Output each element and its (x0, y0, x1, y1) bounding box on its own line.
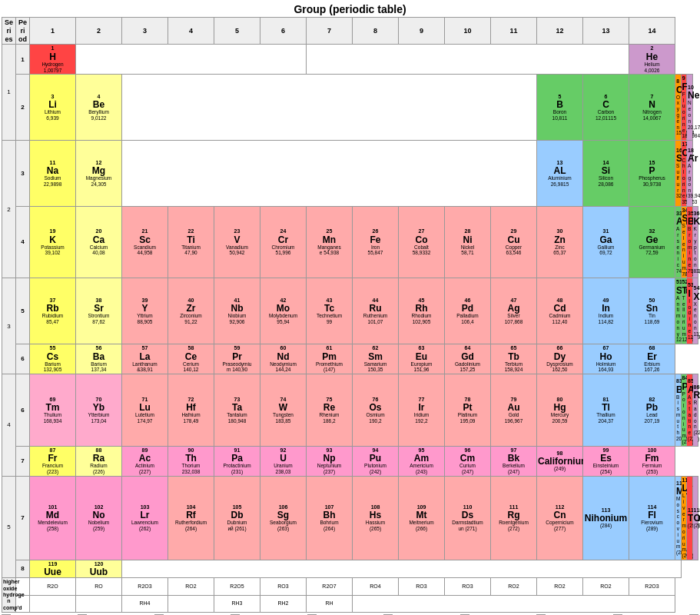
element-Bh[interactable]: 107 Bh Bohrium (264) (307, 476, 353, 560)
element-Rn[interactable]: 86 Rn Radon (222) (692, 374, 698, 447)
element-Ge[interactable]: 32 Ge Germаnium 72,59 (629, 206, 675, 278)
element-Ni[interactable]: 28 Ni Nickel 58,71 (445, 206, 491, 278)
element-Al[interactable]: 13 AL Aluminium 26,9815 (537, 141, 583, 207)
element-Tc[interactable]: 43 Tc Technetium 99 (307, 278, 353, 344)
element-Md[interactable]: 101 Md Mendelevium (258) (30, 476, 76, 560)
element-Si[interactable]: 14 Si Silicon 28,086 (583, 141, 629, 207)
element-Po[interactable]: 84 Po Polonium (210) (681, 374, 687, 447)
element-Pd[interactable]: 46 Pd Palladium 106,4 (445, 278, 491, 344)
element-Ra[interactable]: 88 Ra Radium (226) (76, 446, 122, 476)
element-Pt[interactable]: 64 Gd Gadolinium 157,25 (445, 344, 491, 374)
element-Os-p6[interactable]: 76 Os Osmium 190,2 (353, 374, 399, 447)
element-Cl[interactable]: 17 CL Chlorine 35,453 (681, 141, 687, 207)
element-Y[interactable]: 39 Y Yttrium 88,905 (122, 278, 168, 344)
element-Hg[interactable]: 66 Dy Dysprosium 162,50 (537, 344, 583, 374)
element-S[interactable]: 16 S Sulfur 32,064 (675, 141, 682, 207)
element-Uue[interactable]: 119 Uue (30, 560, 76, 577)
element-Mo[interactable]: 42 Mo Molybdenum 95,94 (260, 278, 307, 344)
element-Cn[interactable]: 112 Cn Copernicium (277) (537, 476, 583, 560)
element-In[interactable]: 49 In Indium 114,82 (583, 278, 629, 344)
element-Zn[interactable]: 30 Zn Zinc 65,37 (537, 206, 583, 278)
element-Rb[interactable]: 37 Rb Rubidium 85,47 (30, 278, 76, 344)
element-Cf[interactable]: 98 Californium (249) (537, 446, 583, 476)
element-Sc[interactable]: 21 Sc Scandium 44,958 (122, 206, 168, 278)
element-Zr[interactable]: 40 Zr Zirconium 91,22 (168, 278, 214, 344)
element-Pb[interactable]: 68 Er Erbium 167,26 (629, 344, 675, 374)
element-Sr[interactable]: 38 Sr Strontium 87,62 (76, 278, 122, 344)
element-B[interactable]: 5 B Boron 10,811 (537, 75, 583, 141)
element-Se[interactable]: 34 Se Selenium 78,96 (681, 206, 687, 278)
element-Au[interactable]: 65 Tb Terbium 158,924 (491, 344, 537, 374)
element-Lu[interactable]: 71 Lu Lutetium 174,97 (122, 374, 168, 447)
element-Ga[interactable]: 31 Ga Gallium 69,72 (583, 206, 629, 278)
element-N[interactable]: 7 N Nitrogen 14,0067 (629, 75, 675, 141)
element-Co[interactable]: 27 Co Cobalt 58,9332 (399, 206, 445, 278)
element-Be[interactable]: 4 Be Beryllium 9,0122 (76, 75, 122, 141)
element-P[interactable]: 15 P Phospherus 30,9738 (629, 141, 675, 207)
element-No[interactable]: 102 No Nobelium (259) (76, 476, 122, 560)
element-Kr[interactable]: 36 Kr Krypton 83,80 (692, 206, 698, 278)
element-Hf-p6[interactable]: 72 Hf Hafnium 178,49 (168, 374, 214, 447)
element-Tl[interactable]: 67 Ho Holmium 164,93 (583, 344, 629, 374)
element-Mt[interactable]: 109 Mt Meitnerium (266) (399, 476, 445, 560)
element-Li[interactable]: 3 Li Lithium 6,939 (30, 75, 76, 141)
element-H[interactable]: 1 H Hydrogen 1,00797 (30, 45, 76, 75)
element-W[interactable]: 60 Nd Neodymium 144,24 (260, 344, 307, 374)
element-Sb[interactable]: 51 Sb Antimony 121,75 (675, 278, 682, 344)
element-Sn[interactable]: 50 Sn Tin 118,69 (629, 278, 675, 344)
element-Cr[interactable]: 24 Cr Chromium 51,996 (260, 206, 307, 278)
element-Nb[interactable]: 41 Nb Niobium 92,906 (214, 278, 260, 344)
element-Rh[interactable]: 45 Rh Rhodium 102,905 (399, 278, 445, 344)
element-Pb-p6[interactable]: 82 Pb Lead 207,19 (629, 374, 675, 447)
element-At[interactable]: 85 At Astatine (210) (687, 374, 693, 447)
element-Pu[interactable]: 94 Pu Plutonium (242) (353, 446, 399, 476)
element-Mn[interactable]: 25 Mn Manganes e 54,938 (307, 206, 353, 278)
element-Ta-p6[interactable]: 73 Ta Tantalum 180,948 (214, 374, 260, 447)
element-Ca[interactable]: 20 Ca Calcium 40,08 (76, 206, 122, 278)
element-Hg-p6[interactable]: 80 Hg Mercury 200,59 (537, 374, 583, 447)
element-Hf[interactable]: 58 Ce Cerium 140,12 (168, 344, 214, 374)
element-Yb[interactable]: 70 Yb Ytterbium 173,04 (76, 374, 122, 447)
element-Ir[interactable]: 63 Eu Europium 151,96 (399, 344, 445, 374)
element-F[interactable]: 9 F Fluorine 18,9984 (681, 75, 687, 141)
element-Es[interactable]: 99 Es Einsteinium (254) (583, 446, 629, 476)
element-Na[interactable]: 11 Na Sodium 22,9898 (30, 141, 76, 207)
element-Bk[interactable]: 97 Bk Berkelium (247) (491, 446, 537, 476)
element-Cu[interactable]: 29 Cu Copper 63,546 (491, 206, 537, 278)
element-Au-p6[interactable]: 79 Au Gold 196,967 (491, 374, 537, 447)
element-Db[interactable]: 105 Db Dubnium ий (261) (214, 476, 260, 560)
element-Rg[interactable]: 111 Rg Roentgenium (272) (491, 476, 537, 560)
element-Cs[interactable]: 55 Cs Barium 132,905 (30, 344, 76, 374)
element-Tm-p6[interactable]: 69 Tm Thulium 168,934 (30, 374, 76, 447)
element-Ne[interactable]: 10 Ne Neon 20,179 (687, 75, 693, 141)
element-Rf[interactable]: 104 Rf Rutherfordium (264) (168, 476, 214, 560)
element-Np[interactable]: 93 Np Neptunium (237) (307, 446, 353, 476)
element-Mg[interactable]: 12 Mg Magnesium 24,305 (76, 141, 122, 207)
element-Sg[interactable]: 106 Sg Seaborgium (263) (260, 476, 307, 560)
element-Cm[interactable]: 96 Cm Curium (247) (445, 446, 491, 476)
element-Cd[interactable]: 48 Cd Cadmium 112,40 (537, 278, 583, 344)
element-Ag[interactable]: 47 Ag Silver 107,868 (491, 278, 537, 344)
element-He[interactable]: 2 He Helium 4,0026 (629, 45, 675, 75)
element-Bi[interactable]: 83 Bi Bismuth 208,98 (675, 374, 682, 447)
element-Pa[interactable]: 91 Pa Protactinium (231) (214, 446, 260, 476)
element-Ir-p6[interactable]: 77 Ir Iridium 192,2 (399, 374, 445, 447)
element-Ds[interactable]: 110 Ds Darmstadtium un (271) (445, 476, 491, 560)
element-Re[interactable]: 61 Pm Promethium (147) (307, 344, 353, 374)
element-Am[interactable]: 95 Am Americium (243) (399, 446, 445, 476)
element-K[interactable]: 19 K Potassium 39,102 (30, 206, 76, 278)
element-Ts[interactable]: 117 Tennessine (294) (687, 476, 693, 560)
element-Hs[interactable]: 108 Hs Hassium (265) (353, 476, 399, 560)
element-Fr[interactable]: 87 Fr Francium (223) (30, 446, 76, 476)
element-Ac[interactable]: 89 Ac Actinium (227) (122, 446, 168, 476)
element-Nh[interactable]: 113 Nihonium (284) (583, 476, 629, 560)
element-Ba[interactable]: 56 Ba Barium 137,34 (76, 344, 122, 374)
element-Fl[interactable]: 114 Fl Flerovium (289) (629, 476, 675, 560)
element-C[interactable]: 6 C Carbon 12,01115 (583, 75, 629, 141)
element-I[interactable]: 53 I Iodine 126,9044 (687, 278, 693, 344)
element-Ru[interactable]: 44 Ru Ruthenium 101,07 (353, 278, 399, 344)
element-Ta[interactable]: 59 Pr Praseodymiu m 140,90 (214, 344, 260, 374)
element-V[interactable]: 23 V Vanadium 50,942 (214, 206, 260, 278)
element-U[interactable]: 92 U Uranium 238,03 (260, 446, 307, 476)
element-La[interactable]: 57 La Lanthanum &38,91 (122, 344, 168, 374)
